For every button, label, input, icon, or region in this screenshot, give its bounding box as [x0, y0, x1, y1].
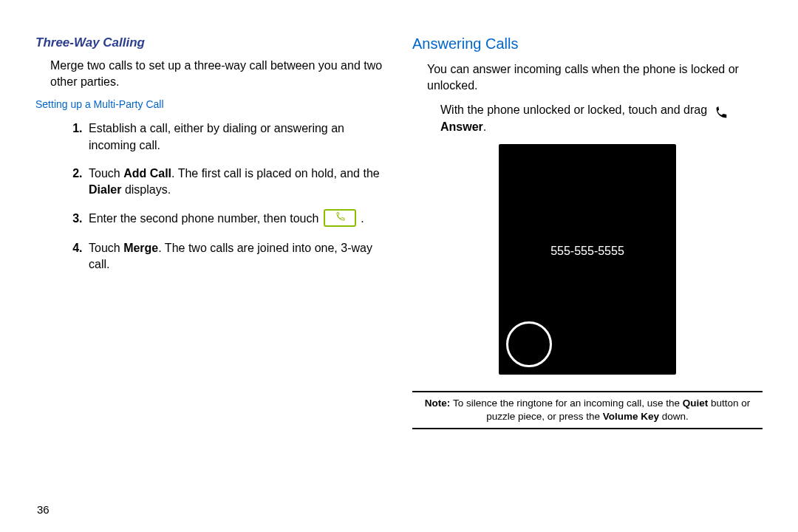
page: Three-Way Calling Merge two calls to set…	[0, 0, 798, 532]
phone-status-bar	[499, 149, 676, 157]
step-3-a: Enter the second phone number, then touc…	[89, 212, 322, 225]
step-4: Touch Merge. The two calls are joined in…	[86, 240, 386, 273]
answer-line-b: .	[483, 120, 486, 133]
phone-screenshot: 555-555-5555	[499, 144, 676, 375]
note-quiet: Quiet	[683, 398, 709, 409]
three-way-calling-heading: Three-Way Calling	[35, 35, 386, 50]
phone-icon	[334, 211, 346, 223]
step-1: Establish a call, either by dialing or a…	[86, 120, 386, 154]
note-t1: To silence the ringtone for an incoming …	[453, 398, 683, 409]
note-lead: Note:	[425, 398, 453, 409]
note-block: Note: To silence the ringtone for an inc…	[412, 391, 763, 429]
page-number: 36	[37, 503, 50, 516]
step-4-a: Touch	[89, 242, 123, 254]
three-way-intro: Merge two calls to set up a three-way ca…	[35, 58, 386, 89]
incoming-call-number: 555-555-5555	[499, 245, 676, 258]
answer-line-a: With the phone unlocked or locked, touch…	[440, 103, 711, 116]
step-2-addcall: Add Call	[123, 167, 171, 180]
note-volumekey: Volume Key	[603, 411, 659, 422]
step-1-text: Establish a call, either by dialing or a…	[89, 122, 344, 151]
left-column: Three-Way Calling Merge two calls to set…	[22, 30, 399, 525]
step-2-a: Touch	[89, 167, 123, 180]
answer-drag-handle	[506, 321, 552, 367]
step-3-b: .	[361, 212, 364, 225]
answer-handset-icon	[712, 106, 729, 122]
note-t3: down.	[659, 411, 689, 422]
step-2-c: . The first call is placed on hold, and …	[171, 167, 380, 180]
right-column: Answering Calls You can answer incoming …	[399, 30, 776, 525]
step-4-merge: Merge	[123, 242, 158, 254]
answer-bold: Answer	[440, 120, 483, 133]
answering-calls-heading: Answering Calls	[412, 35, 763, 52]
answering-intro: You can answer incoming calls when the p…	[412, 61, 763, 93]
step-2-e: displays.	[121, 183, 171, 196]
step-2-dialer: Dialer	[89, 183, 121, 196]
steps-list: Establish a call, either by dialing or a…	[35, 120, 386, 273]
dial-key-icon	[324, 209, 356, 227]
step-2: Touch Add Call. The first call is placed…	[86, 166, 386, 199]
answering-instruction: With the phone unlocked or locked, touch…	[412, 102, 763, 134]
step-3: Enter the second phone number, then touc…	[86, 211, 386, 228]
procedure-heading: Setting up a Multi-Party Call	[35, 98, 386, 110]
